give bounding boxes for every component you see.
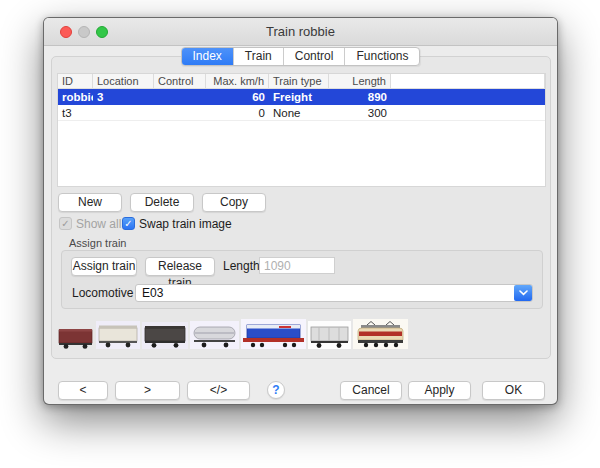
red-boxcar-illustration: [57, 327, 94, 349]
release-train-button[interactable]: Release train: [145, 257, 215, 276]
swap-train-image-label: Swap train image: [139, 217, 232, 231]
train-image-red-cream-locomotive: [353, 319, 408, 349]
silver-tank-car-illustration: [190, 321, 239, 349]
close-window-icon[interactable]: [60, 26, 72, 38]
show-all-checkbox: [59, 217, 72, 230]
cell-length: 300: [329, 105, 391, 120]
dark-boxcar-illustration: [142, 322, 188, 349]
cell-train-type: None: [269, 105, 329, 120]
train-image-white-refrigerator-car: [96, 321, 140, 349]
cell-max-kmh: 60: [206, 89, 269, 105]
length-field: [259, 257, 335, 274]
train-image-gray-boxcar: [308, 321, 351, 349]
train-dialog-window: Train robbie Index Train Control Functio…: [43, 17, 558, 405]
code-button[interactable]: </>: [187, 381, 250, 400]
train-list-table: ID Location Control Max. km/h Train type…: [57, 73, 546, 187]
tab-bar: Index Train Control Functions: [181, 47, 421, 66]
assign-train-button[interactable]: Assign train: [71, 257, 137, 276]
title-bar[interactable]: Train robbie: [44, 18, 557, 46]
minimize-window-icon: [78, 26, 90, 38]
cell-id: robbie: [58, 89, 93, 105]
cell-length: 890: [329, 89, 391, 105]
swap-train-image-checkbox[interactable]: [122, 217, 135, 230]
column-header-location[interactable]: Location: [93, 74, 154, 88]
white-refrigerator-car-illustration: [96, 321, 140, 349]
tab-index[interactable]: Index: [182, 48, 233, 65]
gray-boxcar-illustration: [308, 321, 351, 349]
locomotive-label: Locomotive: [72, 286, 133, 300]
cancel-button[interactable]: Cancel: [340, 381, 402, 400]
cell-control: [154, 89, 206, 105]
column-header-max-kmh[interactable]: Max. km/h: [206, 74, 269, 88]
column-header-length[interactable]: Length: [329, 74, 391, 88]
column-header-id[interactable]: ID: [58, 74, 93, 88]
train-image-dark-boxcar: [142, 322, 188, 349]
cell-location: [93, 105, 154, 120]
train-image-red-boxcar: [57, 327, 94, 349]
ok-button[interactable]: OK: [482, 381, 545, 400]
train-image-silver-tank-car: [190, 321, 239, 349]
cell-filler: [391, 89, 545, 105]
cell-location: 3: [93, 89, 154, 105]
help-button[interactable]: ?: [267, 381, 285, 399]
tab-functions[interactable]: Functions: [344, 48, 419, 65]
cell-control: [154, 105, 206, 120]
cell-filler: [391, 105, 545, 120]
locomotive-combobox[interactable]: E03: [135, 284, 533, 302]
window-title: Train robbie: [44, 18, 557, 46]
delete-button[interactable]: Delete: [130, 193, 194, 212]
chevron-down-icon[interactable]: [514, 285, 532, 301]
table-row[interactable]: t3 0 None 300: [58, 105, 545, 121]
train-image-blue-container-flatcar: [241, 319, 306, 349]
column-header-train-type[interactable]: Train type: [269, 74, 329, 88]
blue-container-flatcar-illustration: [241, 319, 306, 349]
cell-max-kmh: 0: [206, 105, 269, 120]
tab-train[interactable]: Train: [233, 48, 283, 65]
assign-train-group: Assign train Release train Length Locomo…: [61, 250, 543, 309]
next-button[interactable]: >: [115, 381, 180, 400]
table-header-row: ID Location Control Max. km/h Train type…: [58, 74, 545, 89]
table-row[interactable]: robbie 3 60 Freight 890: [58, 89, 545, 105]
column-header-control[interactable]: Control: [154, 74, 206, 88]
zoom-window-icon[interactable]: [96, 26, 108, 38]
show-all-label: Show all: [76, 217, 121, 231]
length-label: Length: [223, 259, 260, 273]
new-button[interactable]: New: [58, 193, 122, 212]
locomotive-value: E03: [136, 285, 514, 301]
red-cream-locomotive-illustration: [353, 319, 408, 349]
train-consist-strip: [57, 318, 408, 349]
column-header-filler: [391, 74, 545, 88]
cell-id: t3: [58, 105, 93, 120]
apply-button[interactable]: Apply: [408, 381, 471, 400]
copy-button[interactable]: Copy: [202, 193, 266, 212]
assign-train-group-label: Assign train: [69, 237, 126, 249]
tab-control[interactable]: Control: [283, 48, 345, 65]
cell-train-type: Freight: [269, 89, 329, 105]
prev-button[interactable]: <: [58, 381, 108, 400]
